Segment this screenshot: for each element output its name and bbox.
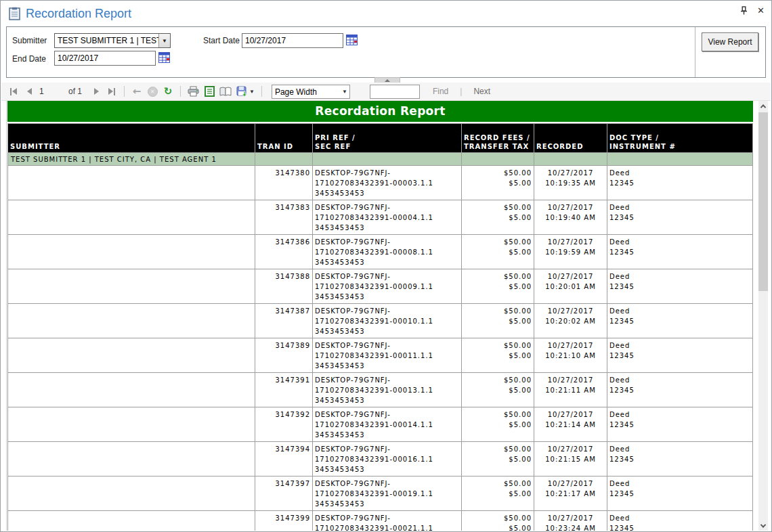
close-icon[interactable]: ✕ [757,6,765,15]
cell-tran-id: 3147397 [255,476,313,511]
pin-icon[interactable] [740,6,748,15]
find-button[interactable]: Find [433,87,448,96]
last-page-button[interactable] [106,85,117,98]
cell-pri-ref: DESKTOP-79G7NFJ- 171027083432391-00016.1… [313,442,462,476]
previous-page-button[interactable] [24,85,35,98]
cell-recorded: 10/27/2017 10:19:59 AM [534,235,607,269]
cell-recorded: 10/27/2017 10:23:24 AM [534,511,607,531]
cell-recorded: 10/27/2017 10:21:14 AM [534,407,607,442]
cell-record-fees: $50.00 $5.00 [462,338,534,373]
cell-record-fees: $50.00 $5.00 [462,166,534,200]
end-date-label: End Date [12,54,46,64]
cell-doc-type: Deed 12345 [607,373,753,407]
cell-pri-ref: DESKTOP-79G7NFJ- 171027083432391-00011.1… [313,338,462,373]
cell-submitter [8,373,255,407]
cell-submitter [8,511,255,531]
cell-record-fees: $50.00 $5.00 [462,200,534,235]
cell-submitter [8,269,255,304]
cell-doc-type: Deed 12345 [607,235,753,269]
stop-button[interactable]: ✕ [147,85,158,98]
cell-tran-id: 3147383 [255,200,313,235]
cell-recorded: 10/27/2017 10:21:17 AM [534,476,607,511]
cell-recorded: 10/27/2017 10:21:10 AM [534,338,607,373]
back-button[interactable]: ← [131,85,142,98]
cell-tran-id: 3147394 [255,442,313,476]
cell-submitter [8,476,255,511]
table-row: 3147392DESKTOP-79G7NFJ- 171027083432391-… [8,407,753,442]
cell-doc-type: Deed 12345 [607,476,753,511]
table-row: 3147388DESKTOP-79G7NFJ- 171027083432391-… [8,269,753,304]
find-next-button[interactable]: Next [473,87,490,96]
cell-tran-id: 3147380 [255,166,313,200]
cell-tran-id: 3147389 [255,338,313,373]
cell-recorded: 10/27/2017 10:19:35 AM [534,166,607,200]
export-dropdown-arrow-icon[interactable]: ▼ [249,89,255,95]
start-date-calendar-icon[interactable] [346,35,358,45]
cell-submitter [8,338,255,373]
end-date-input[interactable]: 10/27/2017 [54,51,156,66]
col-header-pri-ref: PRI REF / SEC REF [313,124,462,153]
chevron-down-icon[interactable]: ▼ [158,34,170,47]
col-header-tran-id: TRAN ID [255,124,313,153]
find-text-input[interactable] [370,85,420,99]
toolbar-separator [124,86,125,97]
cell-tran-id: 3147399 [255,511,313,531]
table-header-row: SUBMITTER TRAN ID PRI REF / SEC REF RECO… [8,124,753,153]
end-date-calendar-icon[interactable] [158,52,170,63]
cell-tran-id: 3147392 [255,407,313,442]
page-title: Recordation Report [26,7,131,21]
cell-submitter [8,407,255,442]
scrollbar-thumb[interactable] [758,112,768,291]
cell-submitter [8,304,255,338]
table-row: 3147383DESKTOP-79G7NFJ- 171027083432391-… [8,200,753,235]
refresh-button[interactable]: ↻ [163,85,173,98]
scroll-down-icon[interactable] [758,520,768,531]
recordation-table: SUBMITTER TRAN ID PRI REF / SEC REF RECO… [7,123,753,531]
toolbar-separator [261,86,262,97]
cell-record-fees: $50.00 $5.00 [462,269,534,304]
cell-doc-type: Deed 12345 [607,200,753,235]
view-report-button[interactable]: View Report [702,32,758,51]
next-page-button[interactable] [91,85,102,98]
toolbar-separator [180,86,181,97]
parameter-panel: Submitter TEST SUBMITTER 1 | TEST C ▼ St… [6,26,766,78]
cell-pri-ref: DESKTOP-79G7NFJ- 171027083432391-00010.1… [313,304,462,338]
table-row: 3147387DESKTOP-79G7NFJ- 171027083432391-… [8,304,753,338]
current-page-input[interactable]: 1 [39,87,60,96]
scroll-up-icon[interactable] [758,101,768,111]
table-row: 3147391DESKTOP-79G7NFJ- 171027083432391-… [8,373,753,407]
submitter-label: Submitter [12,36,47,45]
cell-record-fees: $50.00 $5.00 [462,304,534,338]
cell-recorded: 10/27/2017 10:21:11 AM [534,373,607,407]
table-row: 3147399DESKTOP-79G7NFJ- 171027083432391-… [8,511,753,531]
cell-pri-ref: DESKTOP-79G7NFJ- 171027083432391-00021.1… [313,511,462,531]
cell-doc-type: Deed 12345 [607,304,753,338]
report-table-body: TEST SUBMITTER 1 | TEST CITY, CA | TEST … [8,153,753,531]
table-row: 3147386DESKTOP-79G7NFJ- 171027083432391-… [8,235,753,269]
export-button[interactable]: ▼ [236,85,255,98]
print-layout-button[interactable] [204,85,215,98]
table-row: 3147397DESKTOP-79G7NFJ- 171027083432391-… [8,476,753,511]
group-header-row: TEST SUBMITTER 1 | TEST CITY, CA | TEST … [8,153,753,166]
col-header-record-fees: RECORD FEES / TRANSFER TAX [462,124,534,153]
cell-pri-ref: DESKTOP-79G7NFJ- 171027083432391-00014.1… [313,407,462,442]
zoom-dropdown[interactable]: Page Width ▼ [272,85,350,99]
find-next-divider: | [460,87,462,96]
table-row: 3147380DESKTOP-79G7NFJ- 171027083432391-… [8,166,753,200]
cell-doc-type: Deed 12345 [607,338,753,373]
submitter-dropdown[interactable]: TEST SUBMITTER 1 | TEST C ▼ [54,33,171,48]
cell-doc-type: Deed 12345 [607,511,753,531]
cell-doc-type: Deed 12345 [607,269,753,304]
start-date-input[interactable]: 10/27/2017 [242,33,343,48]
first-page-button[interactable] [8,85,19,98]
cell-record-fees: $50.00 $5.00 [462,476,534,511]
vertical-scrollbar[interactable] [758,101,768,531]
col-header-recorded: RECORDED [534,124,607,153]
print-button[interactable] [188,85,199,98]
cell-recorded: 10/27/2017 10:20:01 AM [534,269,607,304]
col-header-doc-type: DOC TYPE / INSTRUMENT # [607,124,753,153]
cell-record-fees: $50.00 $5.00 [462,442,534,476]
cell-pri-ref: DESKTOP-79G7NFJ- 171027083432391-00008.1… [313,235,462,269]
chevron-down-icon: ▼ [340,89,349,95]
page-setup-button[interactable] [219,85,232,98]
